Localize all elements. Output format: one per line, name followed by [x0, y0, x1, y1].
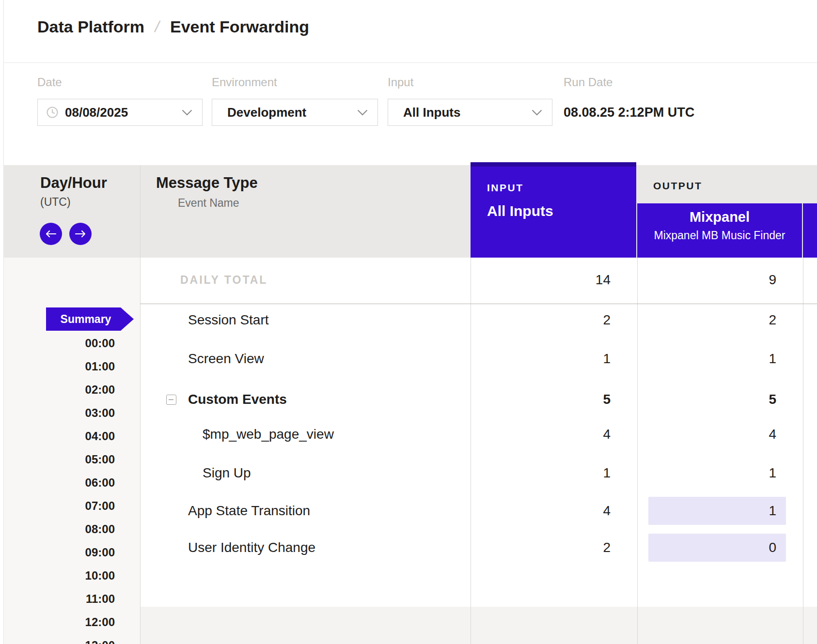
- column-divider: [140, 165, 141, 644]
- input-count-cell: 4: [471, 497, 611, 525]
- output-count-cell-highlighted: 1: [648, 497, 786, 525]
- hour-row-label[interactable]: 10:00: [48, 564, 115, 587]
- hour-row-label[interactable]: 06:00: [48, 471, 115, 494]
- hour-row-label[interactable]: 03:00: [48, 401, 115, 425]
- output-section-label: OUTPUT: [653, 180, 702, 192]
- event-row-label: Session Start: [188, 306, 269, 334]
- event-row-label: $mp_web_page_view: [203, 420, 334, 448]
- hour-row-label[interactable]: 11:00: [48, 587, 115, 611]
- output-count-cell-highlighted: 0: [648, 534, 786, 562]
- hour-row-label[interactable]: 08:00: [48, 518, 115, 541]
- minus-icon: [169, 399, 173, 400]
- output-column-subtitle: Mixpanel MB Music Finder: [637, 229, 802, 242]
- hour-row-label[interactable]: 12:00: [48, 611, 115, 634]
- header-divider: [4, 62, 817, 63]
- output-column-header-mixpanel: Mixpanel Mixpanel MB Music Finder: [637, 203, 802, 258]
- input-section-label: INPUT: [487, 182, 524, 194]
- event-name-column-subtitle: Event Name: [178, 197, 239, 210]
- run-date-value: 08.08.25 2:12PM UTC: [564, 99, 694, 126]
- breadcrumb-parent[interactable]: Data Platform: [37, 17, 144, 36]
- output-count-cell: 1: [637, 459, 776, 487]
- event-row-label: Sign Up: [203, 459, 251, 487]
- date-value: 08/08/2025: [65, 105, 128, 120]
- environment-value: Development: [227, 105, 306, 120]
- chevron-down-icon: [182, 109, 192, 116]
- breadcrumb-separator: /: [153, 18, 161, 36]
- summary-tab[interactable]: Summary: [46, 307, 121, 331]
- input-count-cell: 2: [471, 306, 611, 334]
- hour-row-label[interactable]: 01:00: [48, 355, 115, 378]
- input-count-cell: 2: [471, 534, 611, 562]
- previous-day-button[interactable]: [40, 223, 62, 245]
- breadcrumb: Data Platform / Event Forwarding: [37, 17, 309, 36]
- hour-row-label[interactable]: 09:00: [48, 541, 115, 564]
- daily-total-label: DAILY TOTAL: [180, 266, 267, 294]
- input-dropdown[interactable]: All Inputs: [388, 99, 552, 126]
- column-divider: [803, 258, 803, 644]
- output-count-cell: 2: [637, 306, 776, 334]
- daily-total-divider: [140, 304, 817, 304]
- run-date-label: Run Date: [564, 76, 613, 89]
- hour-row-label[interactable]: 04:00: [48, 425, 115, 448]
- arrow-right-icon: [75, 230, 86, 238]
- input-count-cell: 5: [471, 385, 611, 414]
- environment-dropdown[interactable]: Development: [212, 99, 378, 126]
- event-row-label: Screen View: [188, 345, 264, 373]
- table-footer-area: [140, 607, 817, 644]
- input-column-header: INPUT All Inputs: [471, 162, 636, 258]
- day-hour-column-subtitle: (UTC): [40, 196, 71, 209]
- input-column-name: All Inputs: [487, 203, 553, 219]
- event-row-label: App State Transition: [188, 497, 310, 525]
- daily-total-input-value: 14: [471, 266, 611, 294]
- hour-row-label[interactable]: 05:00: [48, 448, 115, 471]
- input-count-cell: 4: [471, 420, 611, 448]
- input-count-cell: 1: [471, 459, 611, 487]
- next-day-button[interactable]: [69, 223, 92, 245]
- arrow-left-icon: [45, 230, 57, 238]
- date-dropdown[interactable]: 08/08/2025: [37, 99, 203, 126]
- event-row-label: User Identity Change: [188, 534, 315, 562]
- hour-row-label[interactable]: 13:00: [48, 634, 115, 644]
- input-count-cell: 1: [471, 345, 611, 373]
- output-count-cell: 4: [637, 420, 776, 448]
- summary-tab-arrow: [121, 307, 134, 331]
- breadcrumb-current: Event Forwarding: [170, 17, 309, 36]
- hour-row-label[interactable]: 02:00: [48, 378, 115, 401]
- output-count-cell: 5: [637, 385, 776, 414]
- environment-filter-label: Environment: [212, 76, 277, 89]
- output-column-name: Mixpanel: [637, 209, 802, 225]
- chevron-down-icon: [532, 109, 542, 116]
- event-row-label: Custom Events: [188, 385, 287, 414]
- day-hour-column-title: Day/Hour: [40, 174, 107, 192]
- output-count-cell: 1: [637, 345, 776, 373]
- chevron-down-icon: [357, 109, 368, 116]
- date-filter-label: Date: [37, 76, 62, 89]
- input-column-header-cap: [471, 162, 636, 167]
- hour-row-label[interactable]: 00:00: [48, 332, 115, 355]
- collapse-toggle-icon[interactable]: [166, 395, 176, 405]
- daily-total-output-value: 9: [637, 266, 776, 294]
- input-filter-label: Input: [388, 76, 413, 89]
- input-value: All Inputs: [403, 105, 460, 120]
- output-column-header-partial: [803, 203, 817, 258]
- hour-row-label[interactable]: 07:00: [48, 494, 115, 518]
- message-type-column-title: Message Type: [156, 174, 258, 192]
- clock-icon: [46, 106, 59, 119]
